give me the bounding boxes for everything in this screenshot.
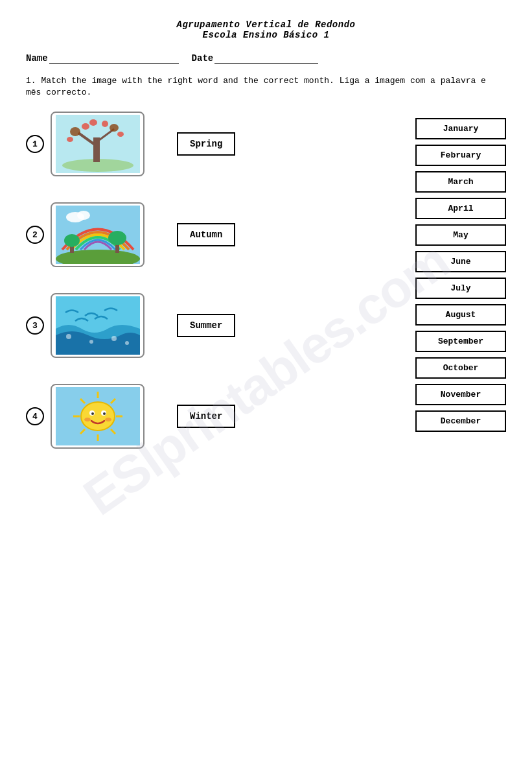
month-box-december: December: [415, 410, 506, 432]
season-winter: Winter: [177, 405, 235, 428]
svg-point-22: [89, 340, 93, 344]
image-spring: [51, 112, 145, 176]
number-circle-2: 2: [26, 226, 44, 244]
svg-point-9: [89, 119, 97, 126]
month-box-may: May: [415, 224, 506, 246]
svg-point-40: [105, 418, 111, 421]
svg-point-8: [102, 121, 108, 127]
svg-point-34: [81, 402, 115, 431]
image-winter: [51, 384, 145, 449]
image-summer: [51, 293, 145, 358]
svg-point-24: [125, 341, 129, 345]
name-input-line[interactable]: [49, 52, 179, 64]
month-box-march: March: [415, 171, 506, 193]
exercise-row-2: 2: [26, 202, 415, 267]
svg-point-11: [117, 132, 124, 137]
season-autumn: Autumn: [177, 223, 235, 246]
header-line2: Escola Ensino Básico 1: [26, 30, 506, 40]
image-autumn: [51, 202, 145, 267]
left-column: 1: [26, 112, 415, 475]
season-summer: Summer: [177, 314, 235, 337]
svg-point-7: [110, 124, 119, 132]
svg-point-10: [67, 137, 73, 142]
number-circle-3: 3: [26, 316, 44, 335]
date-input-line[interactable]: [214, 52, 318, 64]
svg-point-39: [84, 418, 91, 421]
main-content: 1: [26, 112, 506, 475]
month-box-july: July: [415, 278, 506, 299]
number-circle-4: 4: [26, 407, 44, 425]
date-label: Date: [192, 53, 214, 64]
season-spring: Spring: [177, 132, 235, 156]
month-box-november: November: [415, 384, 506, 405]
svg-point-5: [70, 127, 80, 136]
svg-point-38: [103, 412, 106, 415]
months-column: JanuaryFebruaryMarchAprilMayJuneJulyAugu…: [415, 112, 506, 475]
svg-point-17: [108, 231, 126, 245]
month-box-february: February: [415, 145, 506, 166]
header-line1: Agrupamento Vertical de Redondo: [26, 19, 506, 30]
exercise-row-4: 4: [26, 384, 415, 449]
svg-point-37: [91, 412, 94, 415]
month-box-april: April: [415, 198, 506, 219]
header: Agrupamento Vertical de Redondo Escola E…: [26, 19, 506, 40]
svg-point-6: [82, 123, 89, 130]
month-box-august: August: [415, 304, 506, 326]
month-box-september: September: [415, 331, 506, 352]
instructions: 1. Match the image with the right word a…: [26, 75, 506, 99]
svg-point-19: [77, 211, 90, 220]
exercise-row-1: 1: [26, 112, 415, 176]
name-label: Name: [26, 53, 48, 64]
svg-point-15: [64, 234, 80, 247]
month-box-october: October: [415, 357, 506, 379]
month-box-january: January: [415, 118, 506, 139]
month-box-june: June: [415, 251, 506, 272]
number-circle-1: 1: [26, 135, 44, 153]
exercise-row-3: 3: [26, 293, 415, 358]
svg-point-23: [111, 336, 117, 341]
svg-point-21: [66, 334, 71, 339]
name-date-row: Name Date: [26, 52, 506, 64]
